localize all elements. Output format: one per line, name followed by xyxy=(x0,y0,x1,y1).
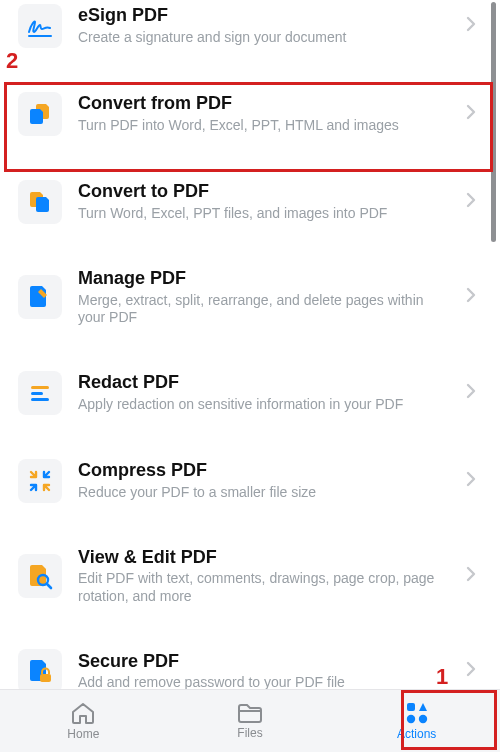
svg-rect-1 xyxy=(31,386,49,389)
item-subtitle: Create a signature and sign your documen… xyxy=(78,29,450,47)
chevron-right-icon xyxy=(466,661,482,681)
manage-icon xyxy=(18,275,62,319)
item-compress-pdf[interactable]: Compress PDF Reduce your PDF to a smalle… xyxy=(0,445,500,517)
tab-label: Home xyxy=(67,727,99,741)
item-text: Convert from PDF Turn PDF into Word, Exc… xyxy=(78,93,450,134)
item-subtitle: Turn PDF into Word, Excel, PPT, HTML and… xyxy=(78,117,450,135)
item-manage-pdf[interactable]: Manage PDF Merge, extract, split, rearra… xyxy=(0,254,500,341)
chevron-right-icon xyxy=(466,287,482,307)
svg-rect-6 xyxy=(40,674,51,682)
actions-list: eSign PDF Create a signature and sign yo… xyxy=(0,0,500,690)
item-esign-pdf[interactable]: eSign PDF Create a signature and sign yo… xyxy=(0,0,500,62)
item-title: Compress PDF xyxy=(78,460,450,482)
scroll-indicator[interactable] xyxy=(491,2,496,242)
item-convert-to-pdf[interactable]: Convert to PDF Turn Word, Excel, PPT fil… xyxy=(0,166,500,238)
chevron-right-icon xyxy=(466,16,482,36)
item-text: Compress PDF Reduce your PDF to a smalle… xyxy=(78,460,450,501)
tab-bar: Home Files Actions xyxy=(0,689,500,752)
item-subtitle: Add and remove password to your PDF file xyxy=(78,674,450,690)
actions-icon xyxy=(405,701,429,725)
item-secure-pdf[interactable]: Secure PDF Add and remove password to yo… xyxy=(0,635,500,690)
svg-point-9 xyxy=(406,715,414,723)
item-redact-pdf[interactable]: Redact PDF Apply redaction on sensitive … xyxy=(0,357,500,429)
svg-rect-8 xyxy=(407,703,415,711)
item-subtitle: Reduce your PDF to a smaller file size xyxy=(78,484,450,502)
item-convert-from-pdf[interactable]: Convert from PDF Turn PDF into Word, Exc… xyxy=(0,78,500,150)
chevron-right-icon xyxy=(466,471,482,491)
item-title: eSign PDF xyxy=(78,5,450,27)
view-edit-icon xyxy=(18,554,62,598)
folder-icon xyxy=(236,702,264,724)
redact-icon xyxy=(18,371,62,415)
secure-icon xyxy=(18,649,62,690)
svg-line-5 xyxy=(47,584,51,588)
chevron-right-icon xyxy=(466,104,482,124)
tab-label: Actions xyxy=(397,727,436,741)
chevron-right-icon xyxy=(466,383,482,403)
item-subtitle: Edit PDF with text, comments, drawings, … xyxy=(78,570,450,605)
item-title: Secure PDF xyxy=(78,651,450,673)
svg-rect-2 xyxy=(31,392,43,395)
convert-to-icon xyxy=(18,180,62,224)
chevron-right-icon xyxy=(466,192,482,212)
esign-icon xyxy=(18,4,62,48)
home-icon xyxy=(70,701,96,725)
item-text: eSign PDF Create a signature and sign yo… xyxy=(78,5,450,46)
item-subtitle: Merge, extract, split, rearrange, and de… xyxy=(78,292,450,327)
compress-icon xyxy=(18,459,62,503)
item-subtitle: Turn Word, Excel, PPT files, and images … xyxy=(78,205,450,223)
item-text: View & Edit PDF Edit PDF with text, comm… xyxy=(78,547,450,606)
item-title: Manage PDF xyxy=(78,268,450,290)
chevron-right-icon xyxy=(466,566,482,586)
item-subtitle: Apply redaction on sensitive information… xyxy=(78,396,450,414)
item-text: Redact PDF Apply redaction on sensitive … xyxy=(78,372,450,413)
item-title: View & Edit PDF xyxy=(78,547,450,569)
tab-home[interactable]: Home xyxy=(0,690,167,752)
item-title: Redact PDF xyxy=(78,372,450,394)
svg-point-10 xyxy=(418,715,426,723)
item-text: Secure PDF Add and remove password to yo… xyxy=(78,651,450,690)
svg-rect-3 xyxy=(31,398,49,401)
screen: eSign PDF Create a signature and sign yo… xyxy=(0,0,500,752)
tab-files[interactable]: Files xyxy=(167,690,334,752)
item-title: Convert to PDF xyxy=(78,181,450,203)
tab-label: Files xyxy=(237,726,262,740)
convert-from-icon xyxy=(18,92,62,136)
item-title: Convert from PDF xyxy=(78,93,450,115)
item-text: Manage PDF Merge, extract, split, rearra… xyxy=(78,268,450,327)
item-text: Convert to PDF Turn Word, Excel, PPT fil… xyxy=(78,181,450,222)
tab-actions[interactable]: Actions xyxy=(333,690,500,752)
item-view-edit-pdf[interactable]: View & Edit PDF Edit PDF with text, comm… xyxy=(0,533,500,620)
